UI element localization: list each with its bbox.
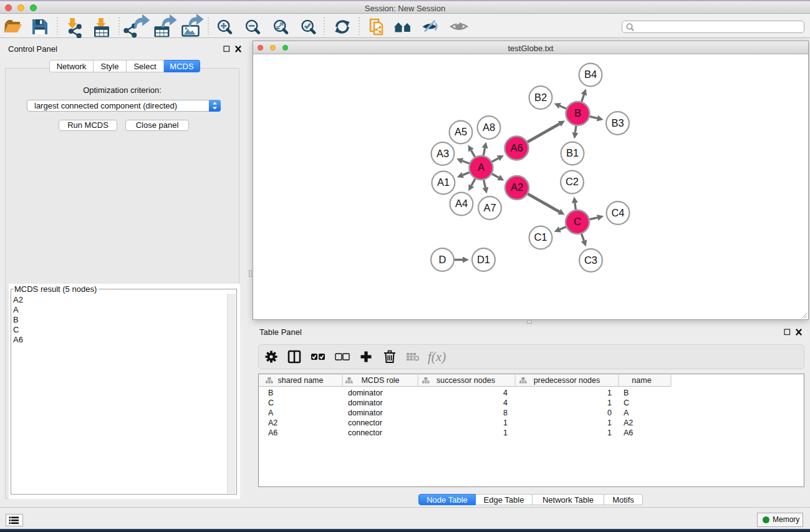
svg-text:A2: A2 bbox=[624, 418, 633, 427]
svg-text:B1: B1 bbox=[566, 147, 579, 158]
svg-text:A3: A3 bbox=[436, 148, 449, 159]
svg-text:dominator: dominator bbox=[348, 409, 383, 417]
svg-text:0: 0 bbox=[607, 409, 612, 417]
svg-text:A6: A6 bbox=[510, 142, 523, 153]
svg-text:B: B bbox=[268, 389, 273, 397]
svg-text:A7: A7 bbox=[483, 202, 496, 213]
svg-text:connector: connector bbox=[348, 418, 382, 427]
svg-text:1: 1 bbox=[607, 399, 612, 407]
svg-text:C: C bbox=[624, 399, 629, 407]
svg-text:dominator: dominator bbox=[348, 399, 383, 407]
svg-text:D1: D1 bbox=[477, 254, 490, 265]
svg-text:C: C bbox=[574, 216, 581, 227]
svg-text:B: B bbox=[624, 389, 629, 397]
svg-text:C2: C2 bbox=[566, 176, 579, 187]
svg-text:8: 8 bbox=[503, 409, 508, 417]
svg-text:A1: A1 bbox=[437, 177, 450, 188]
svg-text:4: 4 bbox=[503, 389, 508, 397]
svg-text:name: name bbox=[632, 376, 651, 385]
svg-text:B3: B3 bbox=[611, 117, 624, 128]
svg-text:1: 1 bbox=[607, 428, 612, 437]
svg-text:A4: A4 bbox=[455, 198, 468, 209]
svg-text:A2: A2 bbox=[268, 418, 277, 427]
svg-text:predecessor nodes: predecessor nodes bbox=[534, 376, 600, 385]
svg-text:1: 1 bbox=[607, 389, 612, 397]
svg-text:A6: A6 bbox=[268, 428, 277, 437]
svg-text:A6: A6 bbox=[624, 428, 633, 437]
svg-text:1: 1 bbox=[503, 418, 508, 427]
svg-text:A: A bbox=[268, 409, 274, 417]
svg-text:A8: A8 bbox=[483, 122, 495, 133]
svg-text:C: C bbox=[268, 399, 274, 407]
svg-text:B: B bbox=[574, 107, 581, 118]
svg-text:B2: B2 bbox=[534, 92, 547, 103]
svg-text:C1: C1 bbox=[534, 231, 547, 243]
svg-text:A: A bbox=[478, 162, 485, 173]
svg-text:dominator: dominator bbox=[348, 389, 383, 397]
svg-text:B4: B4 bbox=[584, 69, 597, 80]
svg-text:C4: C4 bbox=[611, 207, 624, 218]
svg-text:A5: A5 bbox=[455, 126, 467, 137]
svg-text:1: 1 bbox=[607, 418, 612, 427]
svg-text:A2: A2 bbox=[511, 181, 523, 193]
svg-text:1: 1 bbox=[503, 428, 508, 437]
svg-text:C3: C3 bbox=[584, 254, 597, 266]
svg-text:connector: connector bbox=[348, 428, 382, 437]
svg-text:successor nodes: successor nodes bbox=[436, 376, 495, 385]
svg-text:f(x): f(x) bbox=[428, 349, 446, 364]
svg-text:D: D bbox=[439, 254, 446, 265]
svg-text:shared name: shared name bbox=[278, 376, 324, 385]
svg-text:MCDS role: MCDS role bbox=[361, 376, 399, 385]
svg-text:4: 4 bbox=[503, 399, 508, 407]
svg-text:A: A bbox=[624, 409, 629, 417]
